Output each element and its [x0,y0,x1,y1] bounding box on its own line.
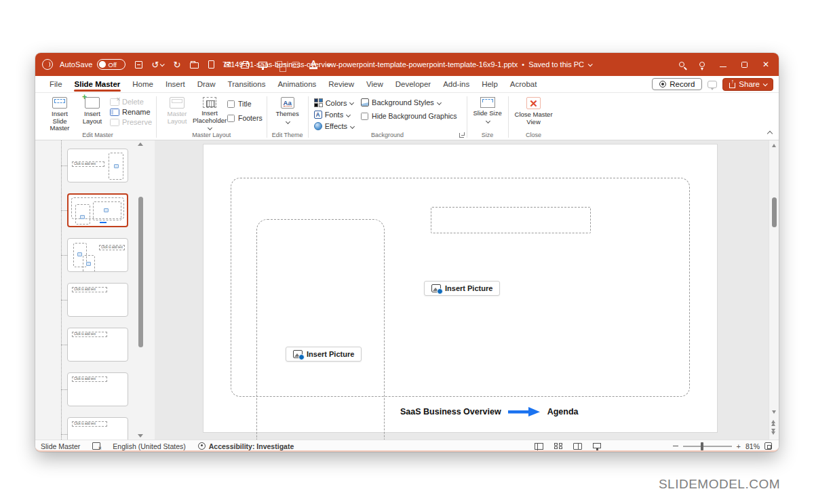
effects-button[interactable]: Effects [314,122,354,130]
slideshow-icon[interactable] [593,443,601,448]
pointer-icon[interactable] [292,62,300,68]
close-icon[interactable]: ✕ [762,60,769,69]
thumbnail-scrollbar-thumb[interactable] [138,197,143,347]
start-slideshow-icon[interactable] [258,62,267,68]
saved-status-chevron-icon[interactable] [588,62,593,66]
group-label-close: Close [509,132,559,138]
insert-picture-button-center[interactable]: Insert Picture [424,281,500,296]
flow-arrow-icon [508,407,541,416]
zoom-slider[interactable] [683,446,732,447]
thumbnail-scrollbar[interactable] [138,140,144,440]
view-label[interactable]: Slide Master [41,442,80,450]
hide-background-graphics-checkbox[interactable]: Hide Background Graphics [361,112,457,120]
comments-icon[interactable] [708,81,717,88]
layout-thumbnail-4[interactable]: Click to add text [67,283,128,317]
canvas-scrollbar[interactable] [769,140,779,440]
quick-print-icon[interactable] [241,63,249,69]
undo-icon[interactable]: ↺ [152,60,159,69]
layout-thumbnail-2-selected[interactable] [67,193,128,227]
layout-thumbnail-3[interactable]: Click to add text [67,238,128,272]
tab-review[interactable]: Review [322,77,360,92]
qat-overflow-icon[interactable] [327,62,332,66]
previous-slide-button[interactable] [771,420,775,426]
zoom-in-icon[interactable]: + [737,443,741,450]
rename-icon [110,109,119,116]
delete-button[interactable]: ✕ Delete [110,98,152,106]
tab-draw[interactable]: Draw [191,77,222,92]
insert-placeholder-button[interactable]: Insert Placeholder [193,96,226,131]
copy-icon[interactable] [277,61,282,68]
master-layout-button[interactable]: Master Layout [161,96,193,126]
accessibility-icon [198,442,206,450]
record-button[interactable]: Record [652,78,702,90]
tab-add-ins[interactable]: Add-ins [437,77,476,92]
minimize-icon[interactable] [720,66,726,67]
group-label-master-layout: Master Layout [157,132,267,138]
canvas-scroll-up-icon[interactable] [772,144,776,147]
insert-layout-button[interactable]: + Insert Layout [76,96,109,126]
tab-acrobat[interactable]: Acrobat [504,77,543,92]
themes-button[interactable]: Aa Themes [271,96,304,125]
tab-transitions[interactable]: Transitions [222,77,272,92]
tab-animations[interactable]: Animations [271,77,322,92]
tab-help[interactable]: Help [476,77,504,92]
rename-button[interactable]: Rename [110,108,152,116]
layout-thumbnail-5[interactable]: Click to add text [67,328,128,362]
reading-view-icon[interactable] [573,443,582,450]
maximize-icon[interactable] [741,62,748,68]
tab-developer[interactable]: Developer [389,77,437,92]
layout-thumbnail-1[interactable]: Click to add text [67,149,128,182]
undo-chevron-icon[interactable] [160,62,165,66]
group-edit-theme: Aa Themes Edit Theme [267,94,308,140]
footers-checkbox[interactable]: Footers [227,114,263,122]
background-styles-button[interactable]: Background Styles [361,98,457,106]
slide-size-button[interactable]: Slide Size [471,96,504,124]
tab-slide-master[interactable]: Slide Master [69,77,127,92]
layout-thumbnail-7[interactable]: Click to add text [67,417,128,440]
preserve-button[interactable]: Preserve [110,118,152,126]
insert-picture-button-left[interactable]: Insert Picture [286,347,362,362]
collapse-ribbon-icon[interactable] [767,131,773,136]
title-placeholder-outline[interactable] [431,207,591,233]
search-icon[interactable] [679,62,684,67]
insert-slide-master-button[interactable]: Insert Slide Master [43,96,76,134]
fonts-button[interactable]: A Fonts [314,111,354,119]
group-edit-master: Insert Slide Master + Insert Layout ✕ De… [39,94,156,140]
slide-footer-text[interactable]: SaaS Business Overview Agenda [400,407,579,416]
autosave-toggle[interactable]: Off [97,59,125,70]
share-button[interactable]: Share [722,78,773,91]
accessibility-status[interactable]: Accessibility: Investigate [209,442,294,450]
zoom-slider-handle[interactable] [701,442,703,450]
layout-thumbnail-6[interactable]: Click to add text [67,372,128,406]
zoom-out-icon[interactable] [673,446,678,446]
tab-file[interactable]: File [43,77,69,92]
language-label[interactable]: English (United States) [113,442,185,450]
canvas-scrollbar-thumb[interactable] [772,197,777,227]
zoom-level[interactable]: 81% [745,442,760,450]
left-picture-placeholder-outline[interactable] [256,219,385,440]
save-icon[interactable] [135,61,142,69]
saved-status[interactable]: Saved to this PC [528,60,584,69]
next-slide-button[interactable] [771,429,775,435]
normal-view-icon[interactable] [535,443,543,450]
thumbnail-scroll-up-icon[interactable] [138,142,143,146]
tab-insert[interactable]: Insert [159,77,191,92]
powerpoint-logo-icon[interactable] [42,59,53,70]
title-checkbox[interactable]: Title [227,100,263,108]
tab-home[interactable]: Home [126,77,159,92]
new-file-icon[interactable] [208,60,214,69]
presence-icon[interactable] [699,62,705,67]
slide-sorter-icon[interactable] [554,443,562,450]
fit-slide-icon[interactable] [764,442,772,450]
email-icon[interactable]: ✉ [224,60,231,69]
canvas-scroll-down-icon[interactable] [772,410,776,414]
close-master-view-button[interactable]: ✕ Close Master View [513,96,555,127]
slide-editing-area[interactable]: Insert Picture Insert Picture SaaS Busin… [204,144,717,432]
redo-icon[interactable]: ↻ [173,60,180,69]
thumbnail-scroll-down-icon[interactable] [138,434,143,438]
tab-view[interactable]: View [360,77,389,92]
font-color-icon[interactable]: A [309,60,317,69]
open-file-icon[interactable] [190,62,199,69]
colors-button[interactable]: Colors [314,98,354,107]
spellcheck-icon[interactable] [92,442,100,450]
